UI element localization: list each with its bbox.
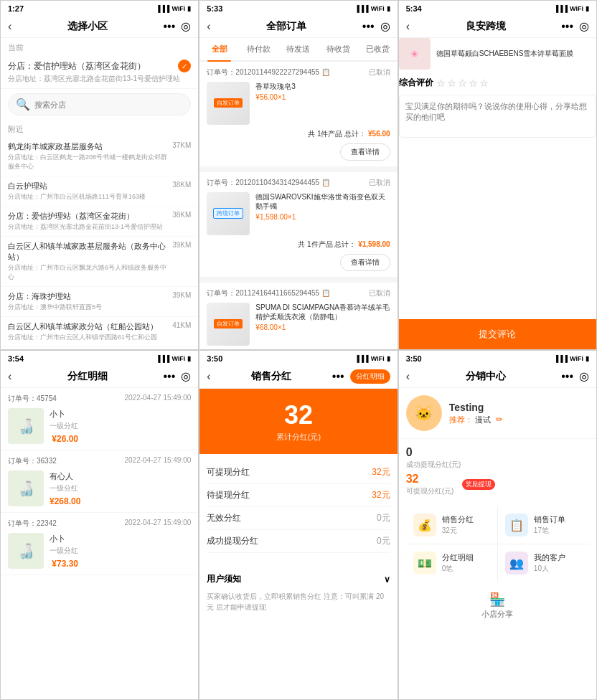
store-list-item[interactable]: 白云护理站 分店地址：广州市白云区机场路111号育草163楼 38KM: [1, 176, 198, 207]
nav-title-3: 良安跨境: [410, 20, 561, 33]
star-rating[interactable]: ☆ ☆ ☆ ☆ ☆: [436, 77, 489, 89]
order-header: 订单号：201124164411665294455 📋 已取消: [207, 288, 390, 298]
store-item-addr: 分店地址：广州市白云区人和镇华西路61号仁和公园: [8, 333, 172, 342]
store-item-addr: 分店地址：广州市白云区飘龙六路6号人和镇政务服务中心: [8, 263, 172, 282]
withdrawn-value: 0元: [377, 535, 390, 547]
dividend-product-img: 🍶: [8, 533, 44, 569]
dividend-detail-button[interactable]: 分红明细: [350, 369, 390, 384]
dist-grid-item-销售分红[interactable]: 💰 销售分红 32元: [406, 506, 497, 544]
dividend-order-id: 订单号：36332: [8, 456, 57, 466]
store-item-name: 白云区人和镇羊城家政分站（红船公园站）: [8, 321, 172, 332]
more-icon-5[interactable]: •••: [332, 370, 344, 383]
target-icon-4[interactable]: ◎: [181, 369, 191, 383]
store-list-item[interactable]: 分店：海珠护理站 分店地址：澳华中路联轩直面5号 39KM: [1, 287, 198, 317]
store-list-item[interactable]: 白云区人和镇羊城家政基层服务站（政务中心站） 分店地址：广州市白云区飘龙六路6号…: [1, 237, 198, 287]
tab-待付款[interactable]: 待付款: [239, 38, 278, 60]
store-item-info: 鹤龙街羊城家政基层服务站 分店地址：白云区鹤龙一路208号书城一楼鹤龙街众邻群服…: [8, 141, 172, 171]
dist-grid-item-销售订单[interactable]: 📋 销售订单 17笔: [498, 506, 589, 544]
dividend-product-img: 🍶: [8, 470, 44, 506]
battery-icon-4: ▮: [187, 355, 191, 362]
dist-grid-item-我的客户[interactable]: 👥 我的客户 10人: [498, 544, 589, 582]
store-distance: 41KM: [172, 321, 191, 329]
store-item-name: 白云护理站: [8, 181, 172, 191]
search-input[interactable]: [34, 100, 183, 109]
product-tag: 自发订单: [214, 98, 243, 108]
edit-icon[interactable]: ✏: [496, 415, 503, 425]
dividend-details: 可提现分红 32元 待提现分红 32元 无效分红 0元 成功提现分红 0元: [199, 454, 397, 560]
dividend-level: 一级分红: [50, 421, 78, 431]
time-6: 3:50: [406, 354, 422, 363]
current-store-item[interactable]: 分店：爱信护理站（荔湾区金花街） ✓ 分店地址：荔湾区光塞北路金花苗街13-1号…: [1, 55, 198, 89]
wifi-icon: WiFi: [171, 5, 185, 12]
target-icon[interactable]: ◎: [181, 19, 191, 33]
current-store-addr: 分店地址：荔湾区光塞北路金花苗街13-1号爱信护理站: [8, 74, 191, 84]
product-img: 自发订单: [207, 82, 250, 125]
more-icon-6[interactable]: •••: [561, 370, 573, 383]
signal-icon: ▐▐▐: [156, 5, 169, 12]
time-2: 5:33: [207, 4, 222, 13]
star-3[interactable]: ☆: [458, 77, 467, 89]
star-4[interactable]: ☆: [469, 77, 478, 89]
review-textarea[interactable]: [399, 95, 596, 138]
screen-5: 3:50 ▐▐▐ WiFi ▮ ‹ 销售分红 ••• 分红明细 32 累计分红(…: [199, 350, 398, 700]
tab-全部[interactable]: 全部: [199, 38, 239, 60]
stat-row-2: 32 可提现分红(元) 奖励提现: [406, 473, 589, 496]
nav-right-2: ••• ◎: [362, 19, 390, 33]
more-icon-4[interactable]: •••: [164, 370, 176, 383]
time-5: 3:50: [207, 354, 222, 363]
current-section-title: 当前: [1, 38, 198, 55]
dividend-order-id: 订单号：22342: [8, 519, 57, 529]
nav-right-6: ••• ◎: [561, 369, 589, 383]
store-item-name: 分店：海珠护理站: [8, 291, 172, 302]
dist-grid-title: 我的客户: [534, 552, 565, 563]
status-icons-4: ▐▐▐ WiFi ▮: [156, 355, 191, 362]
submit-review-button[interactable]: 提交评论: [399, 319, 596, 349]
star-5[interactable]: ☆: [479, 77, 489, 89]
screen-6: 3:50 ▐▐▐ WiFi ▮ ‹ 分销中心 ••• ◎ 🐱 Testing 推…: [398, 350, 597, 700]
store-list-item[interactable]: 白云区人和镇羊城家政分站（红船公园站） 分店地址：广州市白云区人和镇华西路61号…: [1, 317, 198, 347]
stat-row-1: 0 成功提现分红(元): [406, 446, 589, 470]
nav-bar-5: ‹ 销售分红 ••• 分红明细: [199, 365, 397, 389]
store-distance: 37KM: [172, 141, 191, 149]
dist-grid-value: 32元: [442, 526, 474, 536]
reward-badge[interactable]: 奖励提现: [462, 479, 495, 490]
signal-icon-3: ▐▐▐: [554, 5, 568, 12]
star-2[interactable]: ☆: [447, 77, 456, 89]
order-header: 订单号：201201104343142944455 📋 已取消: [207, 178, 390, 188]
target-icon-2[interactable]: ◎: [380, 19, 390, 33]
order-total-value: ¥1,598.00: [358, 240, 390, 248]
selected-check: ✓: [178, 60, 191, 72]
screen-4-content: 订单号：45754 2022-04-27 15:49:00 🍶 小卜 一级分红 …: [1, 388, 198, 575]
dividend-total: 32: [207, 400, 390, 430]
more-icon-3[interactable]: •••: [561, 20, 573, 33]
order-detail-button[interactable]: 查看详情: [340, 143, 390, 161]
star-1[interactable]: ☆: [436, 77, 446, 89]
nav-bar-4: ‹ 分红明细 ••• ◎: [1, 365, 198, 388]
product-tag: 跨境订单: [213, 208, 243, 219]
store-distance: 38KM: [172, 181, 191, 189]
order-detail-button[interactable]: 查看详情: [340, 254, 390, 271]
dist-sub: 推荐： 漫试 ✏: [449, 415, 503, 425]
tab-已收货[interactable]: 已收货: [358, 38, 398, 60]
more-icon[interactable]: •••: [164, 20, 176, 33]
nav-right-4: ••• ◎: [164, 369, 192, 383]
tab-待发送[interactable]: 待发送: [278, 38, 318, 60]
dist-share[interactable]: 🏪 小店分享: [399, 585, 596, 627]
notice-toggle-icon[interactable]: ∨: [384, 574, 390, 585]
current-store-name: 分店：爱信护理站（荔湾区金花街） ✓: [8, 60, 191, 72]
dist-grid-item-分红明细[interactable]: 💵 分红明细 0笔: [406, 544, 497, 582]
tab-待收货[interactable]: 待收货: [319, 38, 358, 60]
store-distance: 39KM: [172, 291, 191, 299]
store-list-item[interactable]: 分店：爱信护理站（荔湾区金花街） 分店地址：荔湾区光塞北路金花苗街13-1号爱信…: [1, 207, 198, 237]
product-price: ¥68.00×1: [255, 323, 390, 331]
store-header: 🌸 德国草莓颇白SCHAEBENS雪本诗草莓面膜: [399, 38, 596, 70]
dist-grid-value: 0笔: [442, 564, 474, 574]
store-item-info: 分店：海珠护理站 分店地址：澳华中路联轩直面5号: [8, 291, 172, 312]
dividend-product-info: 有心人 一级分红 ¥268.00: [50, 471, 80, 506]
store-list-item[interactable]: 鹤龙街羊城家政基层服务站 分店地址：白云区鹤龙一路208号书城一楼鹤龙街众邻群服…: [1, 137, 198, 176]
wifi-icon-5: WiFi: [371, 355, 385, 362]
more-icon-2[interactable]: •••: [362, 20, 375, 33]
target-icon-3[interactable]: ◎: [579, 19, 589, 33]
target-icon-6[interactable]: ◎: [579, 369, 589, 383]
dist-grid-text: 分红明细 0笔: [442, 552, 474, 574]
